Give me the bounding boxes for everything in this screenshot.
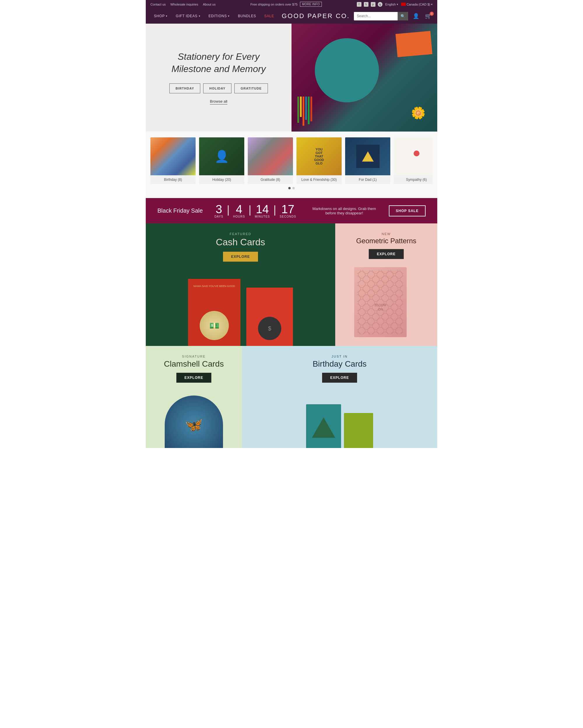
currency-label: Canada (CAD $) [407, 3, 430, 6]
facebook-icon[interactable]: f [357, 2, 361, 7]
twitter-icon[interactable]: 𝕏 [364, 2, 368, 7]
geo-title: Geometric Patterns [356, 237, 417, 245]
geo-pattern-svg: BLOOM ON [357, 270, 404, 334]
holiday-button[interactable]: HOLIDAY [203, 83, 232, 93]
ben-franklin: 💵 [200, 311, 229, 340]
contact-us-link[interactable]: Contact us [150, 3, 166, 6]
clamshell-explore-button[interactable]: EXPLORE [176, 373, 211, 383]
love-category-label: Love & Friendship (30) [297, 175, 342, 184]
bf-sep-1: | [227, 204, 229, 218]
cash-cards-image: MAMA SAID YOU'VE BEEN GOOD 💵 MERRY CHRIS… [182, 264, 299, 346]
clamshell-section: SIGNATURE Clamshell Cards EXPLORE 🦋 [146, 346, 242, 448]
top-bar-right: f 𝕏 p ig English ▾ Canada (CAD $) ▾ [357, 2, 433, 7]
bottom-row: SIGNATURE Clamshell Cards EXPLORE 🦋 JUST… [146, 346, 437, 448]
clamshell-tag: SIGNATURE [182, 355, 205, 358]
birthday-section: JUST IN Birthday Cards EXPLORE [242, 346, 437, 448]
top-bar-left: Contact us Wholesale inquiries About us [150, 3, 215, 6]
gratitude-category-label: Gratitude (8) [248, 175, 293, 184]
browse-all-link[interactable]: Browse all [210, 99, 227, 104]
birthday-category-label: Birthday (8) [150, 175, 196, 184]
sympathy-dot [414, 151, 419, 156]
currency-selector[interactable]: Canada (CAD $) ▾ [401, 3, 433, 6]
bday-card-1 [306, 404, 341, 448]
hero-left: Stationery for Every Milestone and Memor… [146, 24, 292, 132]
bf-days-number: 3 [215, 203, 224, 215]
category-dad[interactable]: For Dad (1) [345, 137, 390, 184]
love-category-image: YOUGOTTHATGOODGLO [297, 137, 342, 175]
pinterest-icon[interactable]: p [371, 2, 376, 7]
bf-seconds-number: 17 [280, 203, 296, 215]
gratitude-button[interactable]: GRATITUDE [234, 83, 268, 93]
shop-sale-button[interactable]: SHOP SALE [389, 205, 425, 216]
bf-sep-3: | [273, 204, 276, 218]
more-info-button[interactable]: MORE INFO [300, 2, 322, 7]
dots-nav [150, 184, 433, 192]
bf-days-unit: 3 DAYS [211, 203, 227, 218]
cash-cards-tag: FEATURED [230, 232, 251, 236]
svg-rect-5 [357, 270, 404, 334]
birthday-image [306, 404, 373, 448]
bday-card-2 [344, 413, 373, 448]
top-bar-center: Free shipping on orders over $75 MORE IN… [250, 2, 322, 7]
categories-section: Birthday (8) 👤 Holiday (20) Gratitude (8… [146, 132, 437, 198]
bf-hours-label: HOURS [233, 215, 245, 218]
dot-1[interactable] [288, 187, 290, 189]
category-love[interactable]: YOUGOTTHATGOODGLO Love & Friendship (30) [297, 137, 342, 184]
birthday-button[interactable]: BIRTHDAY [169, 83, 200, 93]
clamshell-image: 🦋 [165, 395, 223, 448]
about-link[interactable]: About us [203, 3, 215, 6]
main-nav: SHOP ▾ GIFT IDEAS ▾ EDITIONS ▾ BUNDLES S… [146, 8, 437, 24]
dad-category-label: For Dad (1) [345, 175, 390, 184]
bf-hours-unit: 4 HOURS [230, 203, 249, 218]
birthday-explore-button[interactable]: EXPLORE [322, 373, 357, 383]
cart-wrapper: 🛒 0 [424, 13, 433, 19]
search-input[interactable] [354, 12, 397, 20]
geo-card-visual: BLOOM ON [354, 267, 407, 337]
wholesale-link[interactable]: Wholesale inquiries [170, 3, 198, 6]
instagram-icon[interactable]: ig [378, 2, 383, 7]
nav-sale[interactable]: SALE [261, 12, 278, 20]
nav-editions[interactable]: EDITIONS ▾ [205, 12, 233, 20]
site-logo[interactable]: GOOD PAPER CO. [278, 12, 354, 20]
nav-left: SHOP ▾ GIFT IDEAS ▾ EDITIONS ▾ BUNDLES S… [150, 12, 278, 20]
geo-explore-button[interactable]: EXPLORE [369, 249, 404, 259]
birthday-category-image [150, 137, 196, 175]
flag-icon [401, 3, 406, 6]
category-gratitude[interactable]: Gratitude (8) [248, 137, 293, 184]
cash-cards-title: Cash Cards [216, 237, 265, 248]
language-selector[interactable]: English ▾ [385, 3, 398, 6]
cash-cards-explore-button[interactable]: EXPLORE [223, 252, 258, 262]
search-button[interactable]: 🔍 [397, 12, 408, 20]
dad-category-image [345, 137, 390, 175]
category-holiday[interactable]: 👤 Holiday (20) [199, 137, 244, 184]
top-bar: Contact us Wholesale inquiries About us … [146, 0, 437, 8]
flower-decoration: 🌼 [411, 106, 425, 120]
svg-text:ON: ON [378, 308, 383, 311]
account-icon[interactable]: 👤 [412, 12, 420, 20]
shop-chevron-icon: ▾ [166, 15, 168, 18]
dot-2[interactable] [293, 187, 295, 189]
nav-bundles[interactable]: BUNDLES [234, 12, 259, 20]
svg-text:BLOOM: BLOOM [374, 303, 386, 307]
red-card-front: $ [246, 288, 293, 346]
nav-right: 🔍 👤 🛒 0 [354, 12, 433, 20]
holiday-category-image: 👤 [199, 137, 244, 175]
sympathy-category-image [394, 137, 433, 175]
nav-gift-ideas[interactable]: GIFT IDEAS ▾ [172, 12, 204, 20]
category-sympathy[interactable]: Sympathy (6) [394, 137, 433, 184]
hero-image: 🌼 [292, 24, 437, 132]
currency-chevron-icon: ▾ [431, 3, 433, 6]
cart-badge: 0 [430, 12, 434, 16]
geo-card-image: BLOOM ON [354, 267, 418, 346]
hero-right: 🌼 [292, 24, 437, 132]
bf-days-label: DAYS [215, 215, 224, 218]
hero-buttons: BIRTHDAY HOLIDAY GRATITUDE [169, 83, 268, 93]
bf-description: Markdowns on all designs. Grab them befo… [308, 207, 381, 215]
pencils-decoration [297, 97, 312, 126]
birthday-section-title: Birthday Cards [312, 359, 366, 369]
nav-shop[interactable]: SHOP ▾ [150, 12, 171, 20]
orange-card-decoration [395, 31, 433, 57]
lang-chevron-icon: ▾ [397, 3, 398, 6]
category-birthday[interactable]: Birthday (8) [150, 137, 196, 184]
hero-title: Stationery for Every Milestone and Memor… [171, 51, 266, 75]
